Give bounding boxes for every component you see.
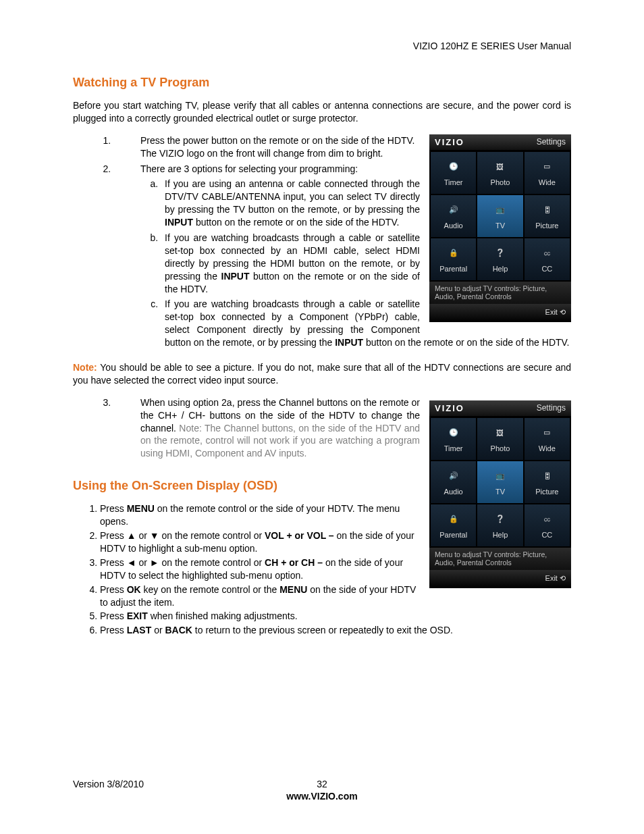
cell-photo: 🖼Photo: [477, 152, 522, 194]
cell-parental: 🔒Parental: [431, 504, 476, 546]
panel-title: Settings: [537, 403, 566, 413]
cell-help: ❔Help: [477, 238, 522, 280]
intro-paragraph: Before you start watching TV, please ver…: [73, 99, 571, 125]
note-paragraph: Note: You should be able to see a pictur…: [73, 361, 571, 387]
cc-icon: ㏄: [538, 246, 556, 261]
panel-exit: Exit ⟲: [429, 570, 571, 588]
cc-icon: ㏄: [538, 512, 556, 527]
panel-brand: VIZIO: [435, 403, 464, 413]
osd-5: Press EXIT when finished making adjustme…: [100, 610, 571, 623]
clock-icon: 🕒: [445, 425, 462, 440]
panel-hint: Menu to adjust TV controls: Picture, Aud…: [429, 282, 571, 304]
wide-icon: ▭: [538, 425, 556, 440]
osd-6: Press LAST or BACK to return to the prev…: [100, 624, 571, 637]
cell-audio: 🔊Audio: [431, 461, 476, 503]
wide-icon: ▭: [538, 159, 556, 174]
cell-cc: ㏄CC: [525, 238, 570, 280]
cell-parental: 🔒Parental: [431, 238, 476, 280]
panel-title: Settings: [537, 137, 566, 147]
footer-site: www.VIZIO.com: [73, 791, 571, 802]
settings-panel-1: VIZIO Settings 🕒Timer 🖼Photo ▭Wide 🔊Audi…: [429, 134, 571, 322]
photo-icon: 🖼: [491, 159, 509, 174]
cell-timer: 🕒Timer: [431, 418, 476, 460]
cell-tv: 📺TV: [477, 195, 522, 237]
speaker-icon: 🔊: [445, 469, 462, 484]
panel-exit: Exit ⟲: [429, 304, 571, 322]
cell-tv: 📺TV: [477, 461, 522, 503]
heading-watching: Watching a TV Program: [73, 76, 571, 90]
speaker-icon: 🔊: [445, 203, 462, 217]
panel-brand: VIZIO: [435, 137, 464, 147]
cell-photo: 🖼Photo: [477, 418, 522, 460]
tv-icon: 📺: [491, 203, 509, 217]
help-icon: ❔: [491, 512, 509, 527]
cell-audio: 🔊Audio: [431, 195, 476, 237]
tv-icon: 📺: [491, 469, 509, 484]
cell-picture: 🎛Picture: [525, 461, 570, 503]
photo-icon: 🖼: [491, 425, 509, 440]
help-icon: ❔: [491, 246, 509, 261]
lock-icon: 🔒: [445, 246, 462, 261]
picture-icon: 🎛: [538, 469, 556, 484]
page-footer: Version 3/8/2010 32 www.VIZIO.com: [73, 779, 571, 802]
settings-panel-2: VIZIO Settings 🕒Timer 🖼Photo ▭Wide 🔊Audi…: [429, 400, 571, 588]
clock-icon: 🕒: [445, 159, 462, 174]
panel-hint: Menu to adjust TV controls: Picture, Aud…: [429, 548, 571, 570]
doc-header: VIZIO 120HZ E SERIES User Manual: [73, 41, 571, 51]
cell-cc: ㏄CC: [525, 504, 570, 546]
cell-wide: ▭Wide: [525, 418, 570, 460]
cell-help: ❔Help: [477, 504, 522, 546]
picture-icon: 🎛: [538, 203, 556, 217]
footer-page-number: 32: [73, 779, 571, 789]
cell-wide: ▭Wide: [525, 152, 570, 194]
cell-picture: 🎛Picture: [525, 195, 570, 237]
lock-icon: 🔒: [445, 512, 462, 527]
cell-timer: 🕒Timer: [431, 152, 476, 194]
